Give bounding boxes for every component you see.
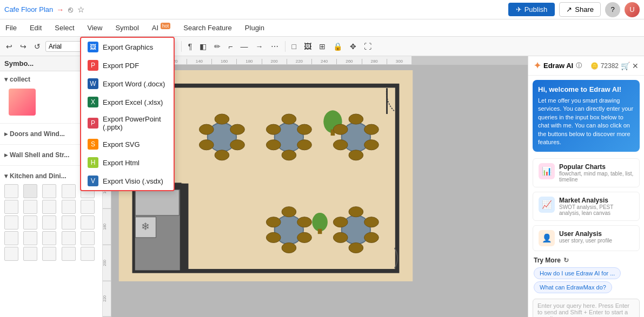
shape-25[interactable] xyxy=(81,247,95,261)
shape-16[interactable] xyxy=(4,231,18,245)
svg-point-45 xyxy=(282,207,296,217)
top-icon-group: ⎋ ☆ xyxy=(68,5,84,15)
lock-button[interactable]: 🔒 xyxy=(330,41,345,52)
shape-24[interactable] xyxy=(62,247,76,261)
stroke-button[interactable]: ✏ xyxy=(211,41,223,52)
doors-chevron: ▸ xyxy=(4,130,8,138)
export-menu: 🖼 Export Graphics P Export PDF W Export … xyxy=(80,37,175,191)
svg-point-28 xyxy=(230,124,245,134)
market-analysis-text: Market Analysis SWOT analysis, PEST anal… xyxy=(559,197,634,216)
export-ppt-item[interactable]: P Export PowerPoint (.pptx) xyxy=(81,111,174,135)
ai-input[interactable]: Enter your query here. Press Enter to se… xyxy=(533,299,640,317)
export-visio-item[interactable]: V Export Visio (.vsdx) xyxy=(81,172,174,190)
shape-21[interactable] xyxy=(4,247,18,261)
shape-7[interactable] xyxy=(23,200,37,214)
user-analysis-card[interactable]: 👤 User Analysis user story, user profile xyxy=(533,225,640,251)
popular-charts-card[interactable]: 📊 Popular Charts flowchart, mind map, ta… xyxy=(533,158,640,187)
user-analysis-icon: 👤 xyxy=(539,230,555,246)
shape-12[interactable] xyxy=(23,215,37,230)
export-svg-icon: S xyxy=(88,139,98,150)
star-icon[interactable]: ☆ xyxy=(77,5,84,15)
cursor-button[interactable]: ✥ xyxy=(347,41,359,52)
svg-point-30 xyxy=(230,140,245,150)
shape-22[interactable] xyxy=(23,247,37,261)
menu-plugin[interactable]: Plugin xyxy=(244,22,265,34)
try-chip-2[interactable]: What can EdrawMax do? xyxy=(534,281,612,293)
shape-2[interactable] xyxy=(23,184,37,198)
ruler-tick: 220 xyxy=(287,59,311,64)
svg-point-29 xyxy=(199,140,214,150)
shape-grid xyxy=(4,182,98,263)
shape-1[interactable] xyxy=(4,184,18,198)
cart-icon[interactable]: 🛒 xyxy=(621,62,630,70)
menu-ai[interactable]: AI hot xyxy=(151,21,171,34)
ai-panel: ✦ Edraw AI ⓘ 🪙 72382 🛒 ✕ Hi, welcome to … xyxy=(528,56,644,317)
shape-18[interactable] xyxy=(42,231,56,245)
help-icon[interactable]: ? xyxy=(605,2,620,17)
font-selector[interactable] xyxy=(45,41,83,52)
shape-15[interactable] xyxy=(81,215,95,230)
shape-19[interactable] xyxy=(62,231,76,245)
ai-info-icon[interactable]: ⓘ xyxy=(576,62,582,70)
publish-button[interactable]: ✈ Publish xyxy=(508,3,555,16)
refresh-icon[interactable]: ↻ xyxy=(563,257,569,264)
paragraph-button[interactable]: ¶ xyxy=(185,41,195,52)
ai-title-area: ✦ Edraw AI ⓘ xyxy=(534,60,582,71)
export-svg-item[interactable]: S Export SVG xyxy=(81,135,174,153)
shape-3[interactable] xyxy=(42,184,56,198)
svg-point-31 xyxy=(215,114,229,124)
try-chip-1[interactable]: How do I use Edraw AI for ... xyxy=(534,267,621,279)
external-link-icon[interactable]: ⎋ xyxy=(68,5,73,15)
dotted-line-button[interactable]: ⋯ xyxy=(268,41,281,52)
shape-13[interactable] xyxy=(42,215,56,230)
ai-hot-badge: hot xyxy=(161,23,171,29)
svg-point-41 xyxy=(266,217,281,227)
export-graphics-item[interactable]: 🖼 Export Graphics xyxy=(81,38,174,56)
image-button[interactable]: 🖼 xyxy=(301,41,314,52)
menu-symbol[interactable]: Symbol xyxy=(114,22,140,34)
arrow-style-button[interactable]: → xyxy=(253,41,266,52)
shape-6[interactable] xyxy=(4,200,18,214)
avatar[interactable]: U xyxy=(625,2,640,17)
export-html-item[interactable]: H Export Html xyxy=(81,153,174,172)
shape-23[interactable] xyxy=(42,247,56,261)
ai-title-text: Edraw AI xyxy=(543,62,573,70)
menu-select[interactable]: Select xyxy=(54,22,75,34)
undo-button[interactable]: ↩ xyxy=(3,41,15,52)
redo2-button[interactable]: ↺ xyxy=(31,41,43,52)
export-word-item[interactable]: W Export Word (.docx) xyxy=(81,75,174,93)
export-excel-item[interactable]: X Export Excel (.xlsx) xyxy=(81,93,174,111)
shape-button[interactable]: □ xyxy=(289,41,299,52)
svg-point-43 xyxy=(266,232,281,242)
shape-11[interactable] xyxy=(4,215,18,230)
shape-14[interactable] xyxy=(62,215,76,230)
ruler-tick: 200 xyxy=(262,59,287,64)
menu-file[interactable]: File xyxy=(4,22,18,34)
ruler-tick: 300 xyxy=(387,59,411,64)
shape-17[interactable] xyxy=(23,231,37,245)
logo-text: Cafe Floor Plan xyxy=(4,5,53,14)
svg-point-39 xyxy=(349,242,363,253)
shape-20[interactable] xyxy=(81,231,95,245)
shape-4[interactable] xyxy=(62,184,76,198)
ai-close-icon[interactable]: ✕ xyxy=(632,62,639,70)
market-analysis-icon: 📈 xyxy=(539,197,555,213)
shape-10[interactable] xyxy=(81,200,95,214)
fill-button[interactable]: ◧ xyxy=(197,41,209,52)
svg-point-35 xyxy=(364,217,379,227)
shape-9[interactable] xyxy=(62,200,76,214)
group-button[interactable]: ⊞ xyxy=(316,41,328,52)
share-button[interactable]: ↗ Share xyxy=(559,2,601,17)
market-analysis-card[interactable]: 📈 Market Analysis SWOT analysis, PEST an… xyxy=(533,192,640,221)
menu-view[interactable]: View xyxy=(87,22,104,34)
line-style-button[interactable]: — xyxy=(238,41,251,52)
ruler-vtick: 220 xyxy=(103,281,111,317)
redo-button[interactable]: ↪ xyxy=(17,41,29,52)
fullscreen-button[interactable]: ⛶ xyxy=(361,41,374,52)
export-pdf-icon: P xyxy=(88,60,98,71)
connector-button[interactable]: ⌐ xyxy=(225,41,235,52)
menu-search-feature[interactable]: Search Feature xyxy=(182,22,233,34)
shape-8[interactable] xyxy=(42,200,56,214)
menu-edit[interactable]: Edit xyxy=(29,22,43,34)
export-pdf-item[interactable]: P Export PDF xyxy=(81,56,174,75)
